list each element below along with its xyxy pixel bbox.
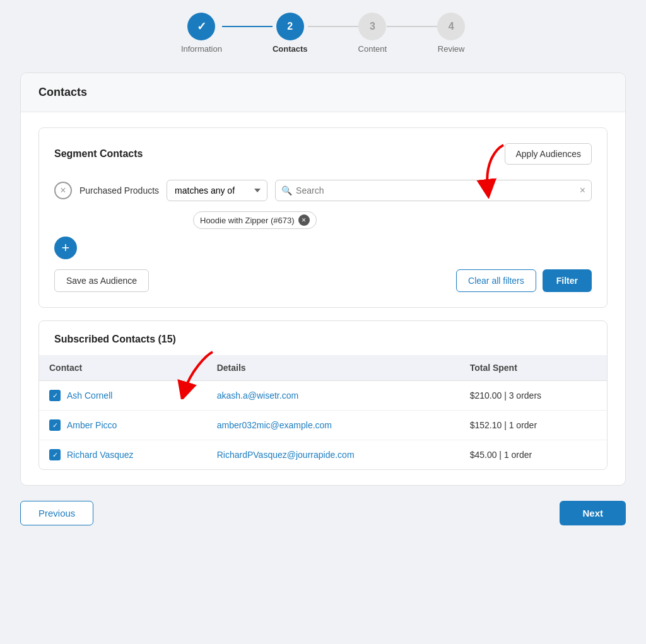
contact-name-2[interactable]: Amber Picco — [67, 420, 117, 430]
next-button[interactable]: Next — [560, 501, 626, 525]
filter-field-label: Purchased Products — [79, 185, 159, 196]
contact-with-checkbox-1: ✓ Ash Cornell — [49, 390, 197, 401]
filter-actions-right: Clear all filters Filter — [456, 269, 592, 292]
email-cell-1: akash.a@wisetr.com — [207, 381, 460, 411]
previous-button[interactable]: Previous — [20, 501, 93, 525]
card-title: Contacts — [38, 86, 87, 98]
connector-3-4 — [387, 26, 437, 27]
spent-cell-3: $45.00 | 1 order — [460, 440, 607, 470]
email-cell-3: RichardPVasquez@jourrapide.com — [207, 440, 460, 470]
col-details: Details — [207, 355, 460, 381]
card-body: Segment Contacts Apply Audiences × Purch… — [21, 112, 625, 485]
step-circle-content: 3 — [358, 13, 386, 40]
checkbox-1[interactable]: ✓ — [49, 390, 61, 401]
spent-cell-2: $152.10 | 1 order — [460, 411, 607, 440]
step-review: 4 Review — [437, 13, 465, 54]
contact-email-3[interactable]: RichardPVasquez@jourrapide.com — [217, 450, 355, 460]
segment-contacts-card: Segment Contacts Apply Audiences × Purch… — [38, 127, 608, 308]
search-icon: 🔍 — [281, 185, 292, 196]
col-total-spent: Total Spent — [460, 355, 607, 381]
subscribed-header: Subscribed Contacts (15) — [39, 321, 607, 355]
contacts-table: Contact Details Total Spent ✓ Ash Cornel… — [39, 355, 607, 469]
tag-remove-button[interactable]: × — [298, 214, 310, 226]
search-input[interactable] — [275, 180, 592, 201]
filter-condition-select[interactable]: matches any ofmatches all ofmatches none… — [167, 180, 267, 201]
clear-filters-button[interactable]: Clear all filters — [456, 269, 536, 292]
card-header: Contacts — [21, 73, 625, 112]
segment-header: Segment Contacts Apply Audiences — [54, 143, 592, 165]
subscribed-contacts-card: Subscribed Contacts (15) Contact — [38, 320, 608, 470]
search-clear-button[interactable]: × — [580, 185, 585, 196]
navigation-row: Previous Next — [20, 501, 626, 525]
checkbox-3[interactable]: ✓ — [49, 449, 61, 460]
segment-actions: Save as Audience Clear all filters Filte… — [54, 269, 592, 292]
col-contact: Contact — [39, 355, 207, 381]
filter-button[interactable]: Filter — [543, 269, 592, 292]
connector-1-2 — [222, 26, 273, 27]
contact-spent-2: $152.10 | 1 order — [470, 420, 537, 430]
table-header: Contact Details Total Spent — [39, 355, 607, 381]
spent-cell-1: $210.00 | 3 orders — [460, 381, 607, 411]
subscribed-title: Subscribed Contacts (15) — [54, 334, 176, 344]
product-tag: Hoodie with Zipper (#673) × — [193, 211, 317, 229]
apply-audiences-button[interactable]: Apply Audiences — [505, 143, 592, 165]
stepper: Information 2 Contacts 3 Content 4 Revie… — [13, 13, 633, 54]
step-label-contacts: Contacts — [273, 44, 308, 54]
contact-with-checkbox-3: ✓ Richard Vasquez — [49, 449, 197, 460]
contact-spent-3: $45.00 | 1 order — [470, 450, 532, 460]
step-circle-information — [187, 13, 215, 40]
contact-name-3[interactable]: Richard Vasquez — [67, 450, 134, 460]
step-number-content: 3 — [370, 21, 375, 32]
step-contacts: 2 Contacts — [273, 13, 308, 54]
table-wrapper: Contact Details Total Spent ✓ Ash Cornel… — [39, 355, 607, 469]
contact-cell-2: ✓ Amber Picco — [39, 411, 207, 440]
contact-email-1[interactable]: akash.a@wisetr.com — [217, 390, 298, 401]
connector-2-3 — [308, 26, 358, 27]
filter-row: × Purchased Products matches any ofmatch… — [54, 180, 592, 201]
checkbox-2[interactable]: ✓ — [49, 419, 61, 431]
tag-label: Hoodie with Zipper (#673) — [200, 216, 295, 225]
step-content: 3 Content — [358, 13, 387, 54]
remove-filter-button[interactable]: × — [54, 182, 72, 199]
add-filter-button[interactable]: + — [54, 237, 77, 259]
contact-spent-1: $210.00 | 3 orders — [470, 390, 541, 401]
step-number-contacts: 2 — [287, 21, 293, 32]
segment-title: Segment Contacts — [54, 148, 143, 160]
step-information: Information — [181, 13, 222, 54]
step-number-review: 4 — [449, 21, 454, 32]
contact-cell-1: ✓ Ash Cornell — [39, 381, 207, 411]
table-header-row: Contact Details Total Spent — [39, 355, 607, 381]
step-circle-review: 4 — [437, 13, 465, 40]
save-audience-button[interactable]: Save as Audience — [54, 269, 149, 292]
email-cell-2: amber032mic@example.com — [207, 411, 460, 440]
step-circle-contacts: 2 — [276, 13, 304, 40]
contact-email-2[interactable]: amber032mic@example.com — [217, 420, 332, 430]
contact-with-checkbox-2: ✓ Amber Picco — [49, 419, 197, 431]
contact-name-1[interactable]: Ash Cornell — [67, 390, 112, 401]
contact-cell-3: ✓ Richard Vasquez — [39, 440, 207, 470]
search-wrapper: 🔍 × — [275, 180, 592, 201]
step-label-content: Content — [358, 44, 387, 54]
table-row: ✓ Amber Picco amber032mic@example.com $1… — [39, 411, 607, 440]
checkmark-icon — [197, 20, 206, 33]
table-body: ✓ Ash Cornell akash.a@wisetr.com $210.00… — [39, 381, 607, 470]
step-label-review: Review — [438, 44, 465, 54]
tag-row: Hoodie with Zipper (#673) × — [193, 211, 592, 229]
main-card: Contacts Segment Contacts Apply Audience… — [20, 73, 626, 486]
table-row: ✓ Richard Vasquez RichardPVasquez@jourra… — [39, 440, 607, 470]
step-label-information: Information — [181, 44, 222, 54]
table-row: ✓ Ash Cornell akash.a@wisetr.com $210.00… — [39, 381, 607, 411]
